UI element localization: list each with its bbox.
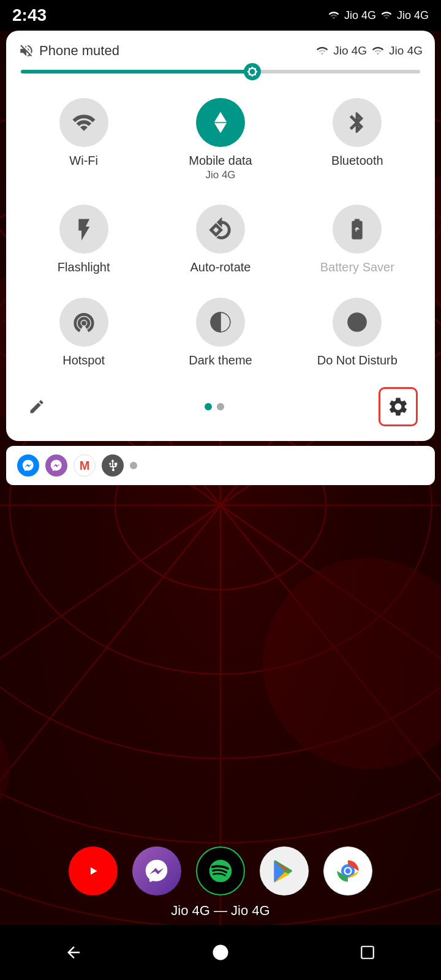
hotspot-label: Hotspot — [62, 353, 105, 368]
gear-icon — [387, 396, 409, 418]
recents-icon — [360, 944, 375, 960]
svg-point-24 — [213, 945, 228, 960]
svg-rect-25 — [361, 946, 374, 959]
signal-label-2: Jio 4G — [389, 44, 423, 58]
dnd-icon — [345, 311, 369, 334]
tile-mobile-data[interactable]: Mobile data Jio 4G — [155, 88, 285, 189]
status-icons: Jio 4G Jio 4G — [328, 9, 429, 22]
wifi-icon — [72, 111, 96, 134]
play-store-icon — [271, 858, 298, 884]
signal-labels: Jio 4G Jio 4G — [316, 44, 423, 58]
status-time: 2:43 — [12, 6, 47, 25]
dark-theme-icon-circle — [196, 298, 245, 347]
back-button[interactable] — [58, 937, 89, 968]
signal-label-1: Jio 4G — [333, 44, 367, 58]
pencil-icon — [28, 398, 45, 415]
mute-icon — [18, 43, 34, 59]
muted-bar: Phone muted Jio 4G Jio 4G — [18, 43, 423, 59]
auto-rotate-label: Auto-rotate — [190, 260, 251, 274]
battery-saver-icon-circle — [333, 205, 382, 254]
battery-saver-label: Battery Saver — [320, 260, 394, 274]
brightness-icon — [247, 66, 258, 77]
app-youtube[interactable] — [69, 846, 118, 895]
notif-dot — [130, 462, 137, 469]
hotspot-icon — [72, 311, 96, 334]
recents-button[interactable] — [352, 937, 383, 968]
quick-settings-panel: Phone muted Jio 4G Jio 4G — [6, 31, 435, 441]
dnd-icon-circle — [333, 298, 382, 347]
battery-saver-icon — [345, 217, 369, 241]
app-messenger[interactable] — [132, 846, 181, 895]
bluetooth-label: Bluetooth — [331, 153, 383, 168]
flashlight-icon-circle — [59, 205, 108, 254]
signal2-label: Jio 4G — [397, 9, 429, 22]
status-bar: 2:43 Jio 4G Jio 4G — [0, 0, 441, 31]
tiles-grid: Wi-Fi Mobile data Jio 4G B — [18, 88, 423, 375]
auto-rotate-icon — [209, 217, 232, 241]
signal1-icon — [328, 10, 339, 21]
quick-settings-wrapper: Phone muted Jio 4G Jio 4G — [0, 31, 441, 485]
flashlight-label: Flashlight — [58, 260, 110, 274]
mobile-data-label: Mobile data — [189, 153, 252, 168]
home-button[interactable] — [205, 937, 236, 968]
notification-bar: M — [6, 446, 435, 485]
app-chrome[interactable] — [323, 846, 372, 895]
carrier-label: Jio 4G — Jio 4G — [171, 903, 270, 919]
signal-icon-1 — [316, 45, 328, 57]
notif-gmail-icon: M — [74, 454, 96, 477]
brightness-row[interactable] — [18, 70, 423, 74]
dnd-label: Do Not Disturb — [317, 353, 398, 368]
mobile-data-icon-circle — [196, 98, 245, 147]
mobile-data-sublabel: Jio 4G — [205, 169, 235, 181]
dark-theme-label: Dark theme — [189, 353, 252, 368]
wifi-icon-circle — [59, 98, 108, 147]
dock-area: Jio 4G — Jio 4G — [0, 846, 441, 919]
muted-left: Phone muted — [18, 43, 119, 59]
bluetooth-icon — [345, 111, 369, 134]
tile-do-not-disturb[interactable]: Do Not Disturb — [292, 288, 423, 375]
brightness-thumb — [244, 63, 261, 80]
home-icon — [211, 943, 230, 962]
edit-button[interactable] — [23, 393, 50, 420]
wifi-label: Wi-Fi — [69, 153, 98, 168]
tile-auto-rotate[interactable]: Auto-rotate — [155, 195, 285, 282]
dot-2 — [217, 403, 224, 410]
youtube-icon — [81, 862, 105, 880]
mobile-data-icon — [209, 111, 232, 134]
signal1-label: Jio 4G — [344, 9, 376, 22]
app-play[interactable] — [260, 846, 309, 895]
bluetooth-icon-circle — [333, 98, 382, 147]
page-dots — [205, 403, 224, 410]
nav-bar — [0, 925, 441, 980]
panel-bottom — [18, 381, 423, 429]
notif-usb-icon — [102, 454, 124, 477]
chrome-icon — [334, 858, 361, 884]
tile-hotspot[interactable]: Hotspot — [18, 288, 149, 375]
messenger-icon — [143, 858, 170, 884]
dock-icons — [69, 846, 372, 895]
brightness-slider[interactable] — [21, 70, 420, 74]
brightness-fill — [21, 70, 252, 74]
tile-bluetooth[interactable]: Bluetooth — [292, 88, 423, 189]
spotify-icon — [207, 858, 234, 884]
notif-messenger2-icon — [45, 454, 67, 477]
settings-button[interactable] — [379, 387, 418, 426]
notif-messenger-icon — [17, 454, 39, 477]
tile-battery-saver[interactable]: Battery Saver — [292, 195, 423, 282]
signal-icon-2 — [372, 45, 384, 57]
back-icon — [64, 943, 83, 962]
muted-label: Phone muted — [39, 43, 119, 59]
svg-point-23 — [345, 869, 351, 874]
hotspot-icon-circle — [59, 298, 108, 347]
signal2-icon — [381, 10, 392, 21]
tile-flashlight[interactable]: Flashlight — [18, 195, 149, 282]
dot-1 — [205, 403, 212, 410]
app-spotify[interactable] — [196, 846, 245, 895]
tile-wifi[interactable]: Wi-Fi — [18, 88, 149, 189]
auto-rotate-icon-circle — [196, 205, 245, 254]
flashlight-icon — [72, 217, 96, 241]
dark-theme-icon — [209, 311, 232, 334]
tile-dark-theme[interactable]: Dark theme — [155, 288, 285, 375]
